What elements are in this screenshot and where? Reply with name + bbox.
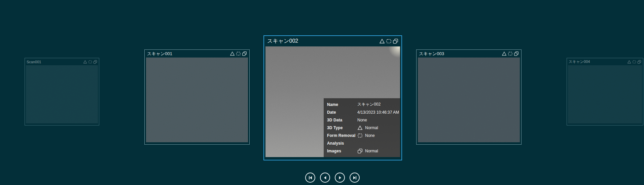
images-icon: [93, 60, 97, 64]
images-icon: [637, 60, 641, 64]
scan-status-icons: [83, 60, 97, 64]
form-removal-icon: [508, 51, 513, 56]
scan-carousel-screen: { "page": { "background_color": "#032f39…: [0, 0, 644, 185]
previous-icon: [323, 176, 327, 180]
images-icon: [514, 51, 519, 56]
scan-card-titlebar: スキャン003: [417, 50, 521, 58]
tooltip-row-form-removal: Form Removal None: [327, 132, 400, 139]
scan-thumbnail: [146, 58, 248, 142]
scan-status-icons: [230, 51, 247, 56]
tooltip-row-analysis: Analysis: [327, 139, 400, 147]
scan-card-titlebar: スキャン001: [145, 50, 249, 58]
form-removal-icon: [632, 60, 636, 64]
noise-texture: [26, 65, 98, 123]
tooltip-row-name: Name スキャン002: [327, 101, 400, 108]
scan-card-title: スキャン002: [267, 38, 298, 45]
noise-texture: [418, 58, 520, 142]
scan-card-titlebar: スキャン004: [567, 58, 643, 65]
3d-type-triangle-icon: [627, 60, 631, 64]
noise-texture: [568, 65, 642, 123]
scan-preview-image: Name スキャン002 Date 4/13/2023 10:46:37 AM …: [265, 46, 400, 157]
images-icon: [393, 38, 398, 44]
scan-card-scan001-en[interactable]: Scan001: [25, 58, 99, 125]
tooltip-row-3d-type: 3D Type Normal: [327, 124, 400, 132]
scan-card-title: スキャン001: [147, 51, 172, 57]
3d-type-triangle-icon: [230, 51, 235, 56]
noise-texture: [146, 58, 248, 142]
scan-info-tooltip: Name スキャン002 Date 4/13/2023 10:46:37 AM …: [324, 98, 400, 157]
tooltip-row-images: Images Normal: [327, 147, 400, 155]
3d-type-triangle-icon: [502, 51, 507, 56]
last-button[interactable]: [350, 173, 360, 183]
scan-card-title: Scan001: [27, 60, 41, 64]
images-icon: [357, 148, 363, 154]
scan-status-icons: [627, 60, 641, 64]
scan-card-titlebar: スキャン002: [264, 36, 401, 46]
carousel-navigation: [305, 173, 360, 183]
skip-to-last-icon: [353, 176, 357, 180]
form-removal-icon: [386, 38, 392, 44]
scan-card-scan002-selected[interactable]: スキャン002 Name スキャン002 Date 4/13/2023 10:4…: [263, 35, 402, 160]
3d-type-triangle-icon: [379, 38, 385, 44]
scan-card-titlebar: Scan001: [25, 58, 99, 65]
skip-to-first-icon: [308, 176, 313, 180]
tooltip-row-date: Date 4/13/2023 10:46:37 AM: [327, 108, 400, 116]
scan-status-icons: [502, 51, 519, 56]
scan-card-title: スキャン003: [419, 51, 444, 57]
scan-card-title: スキャン004: [569, 59, 590, 64]
scan-status-icons: [379, 38, 398, 44]
first-button[interactable]: [305, 173, 315, 183]
next-icon: [338, 176, 342, 180]
tooltip-row-3d-data: 3D Data None: [327, 116, 400, 124]
scan-thumbnail: [418, 58, 520, 142]
form-removal-icon: [88, 60, 92, 64]
scan-thumbnail: [568, 65, 642, 123]
3d-type-triangle-icon: [83, 60, 87, 64]
previous-button[interactable]: [320, 173, 330, 183]
scan-card-scan004[interactable]: スキャン004: [567, 58, 643, 125]
next-button[interactable]: [335, 173, 345, 183]
form-removal-icon: [236, 51, 241, 56]
scan-thumbnail: [26, 65, 98, 123]
triangle-icon: [357, 125, 363, 131]
images-icon: [242, 51, 247, 56]
scan-card-scan001-jp[interactable]: スキャン001: [144, 49, 250, 145]
form-removal-icon: [357, 133, 363, 138]
scan-card-scan003[interactable]: スキャン003: [416, 49, 522, 145]
